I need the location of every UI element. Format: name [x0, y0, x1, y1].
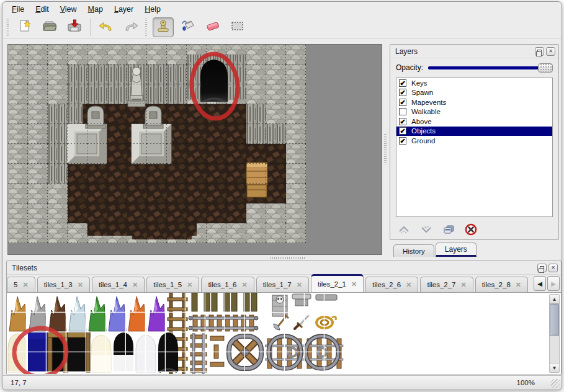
tileset-tab-tiles_2_1[interactable]: tiles_2_1✕ [311, 274, 364, 292]
layer-name: Ground [411, 137, 435, 145]
layer-row-walkable[interactable]: Walkable [396, 107, 552, 117]
tileset-tab-tiles_2_6[interactable]: tiles_2_6✕ [365, 277, 418, 292]
tab-label: tiles_2_6 [372, 281, 401, 288]
toolbar-grip[interactable] [145, 19, 147, 36]
zoom-level: 100% [517, 379, 535, 386]
float-panel-button[interactable] [537, 264, 547, 272]
tab-close-icon[interactable]: ✕ [241, 281, 247, 289]
scroll-down-button[interactable]: ▼ [550, 363, 559, 372]
duplicate-layer-button[interactable] [442, 223, 455, 236]
tab-close-icon[interactable]: ✕ [351, 280, 357, 288]
tab-label: 5 [14, 281, 17, 288]
move-layer-up-button[interactable] [397, 223, 411, 236]
tileset-canvas[interactable] [7, 293, 354, 375]
layer-row-keys[interactable]: ✔Keys [396, 78, 552, 88]
redo-arrow-icon [122, 18, 140, 37]
selection-rect-icon [229, 18, 246, 37]
menu-item-map[interactable]: Map [83, 4, 109, 14]
scrollbar-track[interactable] [550, 304, 559, 363]
move-layer-down-button[interactable] [419, 223, 433, 236]
scroll-up-button[interactable]: ▲ [550, 295, 559, 304]
layer-row-objects[interactable]: ✔Objects [396, 127, 552, 136]
float-icon [540, 266, 544, 270]
layer-row-above[interactable]: ✔Above [396, 117, 552, 127]
menu-item-edit[interactable]: Edit [30, 4, 55, 14]
toolbar-grip[interactable] [6, 19, 9, 36]
tab-label: tiles_2_8 [482, 281, 511, 288]
vertical-splitter[interactable] [382, 44, 388, 255]
float-panel-button[interactable] [535, 47, 544, 56]
save-map-button[interactable] [64, 17, 85, 37]
open-map-button[interactable] [39, 17, 60, 37]
tab-close-icon[interactable]: ✕ [461, 281, 467, 289]
map-viewport[interactable] [7, 44, 382, 255]
menu-item-layer[interactable]: Layer [109, 4, 139, 14]
layer-visibility-checkbox[interactable]: ✔ [399, 79, 406, 87]
close-panel-button[interactable]: ✕ [548, 264, 558, 272]
layer-visibility-checkbox[interactable]: ✔ [399, 89, 406, 96]
stamp-icon [155, 18, 171, 37]
menu-item-view[interactable]: View [55, 4, 83, 14]
layer-row-mapevents[interactable]: ✔Mapevents [396, 97, 552, 107]
layer-visibility-checkbox[interactable]: ✔ [399, 127, 406, 135]
tab-close-icon[interactable]: ✕ [132, 281, 138, 289]
layer-visibility-checkbox[interactable]: ✔ [399, 118, 406, 125]
redo-button[interactable] [120, 17, 141, 37]
menu-item-help[interactable]: Help [139, 4, 166, 14]
layer-visibility-checkbox[interactable] [399, 108, 406, 115]
layer-visibility-checkbox[interactable]: ✔ [399, 137, 406, 145]
tileset-tab-tiles_1_7[interactable]: tiles_1_7✕ [256, 277, 309, 292]
menu-item-file[interactable]: File [6, 4, 30, 14]
layer-buttons [397, 223, 478, 236]
close-icon: ✕ [548, 49, 553, 54]
tileset-tab-5[interactable]: 5✕ [7, 277, 35, 292]
tab-close-icon[interactable]: ✕ [406, 281, 411, 289]
select-tool-button[interactable] [227, 17, 248, 37]
tileset-tab-tiles_2_7[interactable]: tiles_2_7✕ [420, 277, 473, 292]
layer-visibility-checkbox[interactable]: ✔ [399, 99, 406, 106]
resize-grip[interactable] [551, 379, 560, 388]
layers-panel-title: Layers [395, 47, 533, 56]
close-icon: ✕ [551, 265, 555, 270]
new-map-button[interactable] [14, 17, 35, 37]
stamp-tool-button[interactable] [153, 17, 174, 37]
tab-close-icon[interactable]: ✕ [187, 281, 192, 289]
fill-tool-button[interactable] [177, 17, 199, 37]
undo-button[interactable] [96, 17, 117, 37]
tab-close-icon[interactable]: ✕ [78, 281, 83, 289]
tileset-scrollbar[interactable]: ▲ ▼ [549, 294, 560, 373]
tileset-tab-tiles_1_5[interactable]: tiles_1_5✕ [146, 277, 199, 292]
close-panel-button[interactable]: ✕ [546, 47, 555, 56]
eraser-tool-button[interactable] [202, 17, 223, 37]
dock-tab-layers[interactable]: Layers [436, 243, 477, 257]
tileset-content[interactable]: ▲ ▼ [7, 293, 561, 375]
layers-panel: Layers ✕ Opacity: ✔Keys✔Spawn✔MapeventsW… [390, 44, 559, 240]
tileset-tab-tiles_1_4[interactable]: tiles_1_4✕ [92, 277, 145, 292]
scrollbar-thumb[interactable] [550, 304, 559, 336]
layer-name: Keys [411, 79, 427, 87]
tab-label: tiles_2_1 [318, 280, 346, 288]
opacity-slider-track[interactable] [428, 66, 550, 69]
tileset-tab-bar: 5✕tiles_1_3✕tiles_1_4✕tiles_1_5✕tiles_1_… [7, 275, 561, 293]
opacity-slider[interactable] [428, 63, 553, 73]
fill-bucket-icon [179, 18, 197, 37]
layer-row-ground[interactable]: ✔Ground [396, 136, 552, 146]
delete-layer-button[interactable] [464, 223, 478, 236]
dock-tab-history[interactable]: History [393, 244, 434, 257]
tileset-tab-tiles_1_6[interactable]: tiles_1_6✕ [201, 277, 254, 292]
opacity-slider-handle[interactable] [538, 63, 553, 73]
tab-close-icon[interactable]: ✕ [516, 281, 521, 289]
scroll-tabs-right-button[interactable]: ▶ [547, 276, 560, 291]
tab-close-icon[interactable]: ✕ [297, 281, 302, 289]
scroll-tabs-left-button[interactable]: ◀ [534, 276, 546, 291]
tileset-tab-tiles_2_8[interactable]: tiles_2_8✕ [475, 277, 528, 292]
tileset-tab-tiles_1_3[interactable]: tiles_1_3✕ [37, 277, 90, 292]
layer-list: ✔Keys✔Spawn✔MapeventsWalkable✔Above✔Obje… [396, 78, 553, 217]
map-canvas[interactable] [8, 45, 306, 243]
tab-close-icon[interactable]: ✕ [22, 281, 28, 289]
cursor-coordinates: 17, 7 [11, 379, 27, 386]
tilesets-panel: Tilesets ✕ 5✕tiles_1_3✕tiles_1_4✕tiles_1… [6, 261, 562, 375]
arrow-left-icon: ◀ [537, 280, 542, 287]
opacity-label: Opacity: [396, 63, 423, 72]
layer-row-spawn[interactable]: ✔Spawn [396, 88, 552, 98]
